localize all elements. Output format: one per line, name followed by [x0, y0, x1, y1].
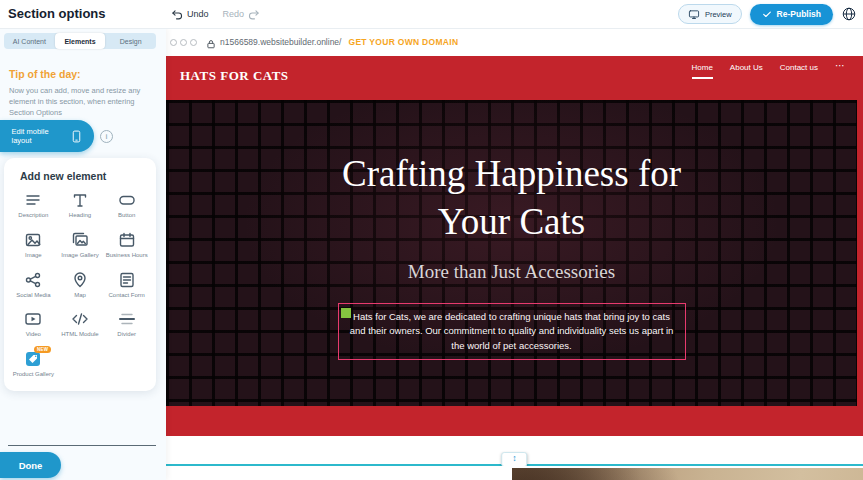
site-header: HATS FOR CATS Home About Us Contact us ⋯	[166, 56, 863, 100]
hero-section[interactable]: Crafting Happiness for Your Cats More th…	[166, 100, 857, 406]
nav-about-us[interactable]: About Us	[730, 63, 763, 77]
done-button[interactable]: Done	[0, 452, 61, 478]
top-toolbar: Section options Undo Redo Preview Re-Pub…	[0, 0, 863, 29]
element-label: Social Media	[16, 292, 50, 300]
browser-dots-icon	[170, 39, 197, 46]
element-label: HTML Module	[61, 331, 98, 339]
element-label: Video	[26, 331, 41, 339]
edit-mobile-label: Edit mobile layout	[12, 127, 64, 145]
code-icon	[71, 310, 89, 328]
sidebar-panel: AI Content Elements Design Tip of the da…	[0, 28, 166, 480]
republish-label: Re-Publish	[777, 9, 821, 19]
description-icon	[24, 191, 42, 209]
add-element-title: Add new element	[4, 158, 156, 182]
video-icon	[24, 310, 42, 328]
image-icon	[24, 231, 42, 249]
element-tile-image-gallery[interactable]: Image Gallery	[57, 231, 104, 260]
site-nav: Home About Us Contact us ⋯	[692, 63, 846, 79]
share-icon	[24, 271, 42, 289]
hero-paragraph: Hats for Cats, we are dedicated to craft…	[350, 311, 674, 351]
element-tile-social-media[interactable]: Social Media	[10, 271, 57, 300]
site-url: n1566589.websitebuilder.online/	[220, 37, 341, 47]
site-preview: n1566589.websitebuilder.online/ GET YOUR…	[166, 28, 863, 480]
hero-title-line2: Your Cats	[166, 198, 857, 246]
add-element-panel: Add new element Description Heading Butt…	[4, 158, 156, 391]
element-tile-divider[interactable]: Divider	[103, 310, 150, 339]
element-label: Divider	[117, 331, 136, 339]
edit-mobile-layout-button[interactable]: Edit mobile layout	[0, 120, 94, 152]
tip-of-day-body: Now you can add, move and resize any ele…	[9, 86, 149, 119]
resize-arrows-icon[interactable]: ↕	[502, 452, 528, 467]
monitor-icon	[688, 9, 700, 20]
hero-text-element[interactable]: Hats for Cats, we are dedicated to craft…	[338, 303, 686, 360]
element-label: Product Gallery	[13, 371, 54, 379]
element-label: Contact Form	[108, 292, 144, 300]
element-label: Image Gallery	[61, 252, 98, 260]
element-tile-image[interactable]: Image	[10, 231, 57, 260]
check-icon	[762, 9, 772, 19]
browser-bar: n1566589.websitebuilder.online/ GET YOUR…	[166, 28, 863, 56]
sand-photo	[512, 468, 863, 480]
tip-of-day-title: Tip of the day:	[9, 68, 81, 80]
nav-more-icon[interactable]: ⋯	[835, 63, 845, 74]
preview-label: Preview	[705, 10, 732, 19]
sidebar-divider	[8, 445, 156, 446]
element-tile-button[interactable]: Button	[103, 191, 150, 220]
site-logo[interactable]: HATS FOR CATS	[180, 68, 289, 84]
smartphone-icon	[70, 128, 83, 145]
get-domain-link[interactable]: GET YOUR OWN DOMAIN	[348, 37, 458, 47]
website-canvas: HATS FOR CATS Home About Us Contact us ⋯…	[166, 56, 863, 436]
page-title: Section options	[8, 6, 106, 21]
redo-button[interactable]: Redo	[223, 8, 262, 21]
undo-icon	[170, 8, 183, 21]
business-hours-icon	[118, 231, 136, 249]
element-grid: Description Heading Button Image Image G…	[4, 191, 156, 379]
redo-icon	[248, 8, 261, 21]
element-tile-contact-form[interactable]: Contact Form	[103, 271, 150, 300]
image-gallery-icon	[71, 231, 89, 249]
language-globe-button[interactable]	[841, 6, 857, 22]
hero-title-line1: Crafting Happiness for	[166, 150, 857, 198]
element-tile-heading[interactable]: Heading	[57, 191, 104, 220]
map-pin-icon	[71, 271, 89, 289]
element-tile-video[interactable]: Video	[10, 310, 57, 339]
tab-elements[interactable]: Elements	[55, 33, 106, 49]
element-tile-description[interactable]: Description	[10, 191, 57, 220]
hero-title: Crafting Happiness for Your Cats	[166, 100, 857, 246]
nav-home[interactable]: Home	[692, 63, 713, 79]
info-icon[interactable]: i	[100, 130, 113, 143]
sidebar-tabs: AI Content Elements Design	[4, 33, 156, 49]
element-tile-html-module[interactable]: HTML Module	[57, 310, 104, 339]
element-label: Heading	[69, 212, 91, 220]
form-icon	[118, 271, 136, 289]
redo-label: Redo	[223, 9, 245, 19]
element-tile-product-gallery[interactable]: NEW Product Gallery	[10, 350, 57, 379]
globe-icon	[841, 6, 857, 22]
tab-design[interactable]: Design	[105, 33, 156, 49]
hero-subtitle: More than Just Accessories	[166, 261, 857, 283]
element-label: Description	[18, 212, 48, 220]
undo-redo-group: Undo Redo	[170, 0, 261, 28]
button-icon	[118, 191, 136, 209]
nav-contact-us[interactable]: Contact us	[780, 63, 818, 77]
toolbar-actions: Preview Re-Publish	[678, 0, 857, 28]
preview-button[interactable]: Preview	[678, 4, 742, 24]
drag-handle[interactable]	[341, 308, 351, 318]
product-gallery-icon: NEW	[24, 350, 42, 368]
element-tile-business-hours[interactable]: Business Hours	[103, 231, 150, 260]
lock-icon	[206, 36, 216, 48]
element-label: Button	[118, 212, 135, 220]
tab-ai-content[interactable]: AI Content	[4, 33, 55, 49]
undo-button[interactable]: Undo	[170, 8, 209, 21]
app-window: Section options Undo Redo Preview Re-Pub…	[0, 0, 863, 480]
element-label: Image	[25, 252, 42, 260]
element-tile-map[interactable]: Map	[57, 271, 104, 300]
divider-icon	[118, 310, 136, 328]
undo-label: Undo	[187, 9, 209, 19]
republish-button[interactable]: Re-Publish	[750, 4, 833, 25]
heading-icon	[71, 191, 89, 209]
new-badge: NEW	[34, 346, 51, 353]
element-label: Map	[74, 292, 86, 300]
element-label: Business Hours	[106, 252, 148, 260]
next-section	[166, 466, 863, 480]
